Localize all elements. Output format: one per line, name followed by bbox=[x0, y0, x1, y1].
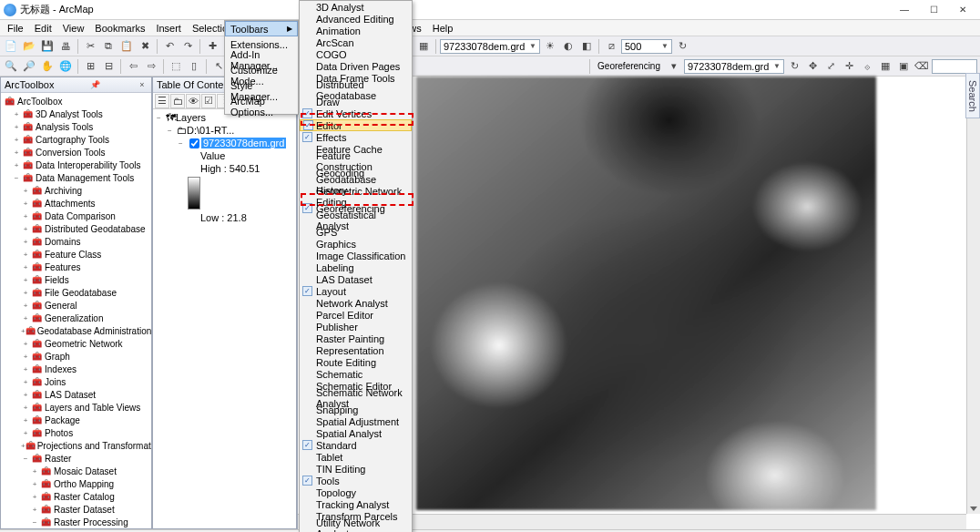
tree-item[interactable]: +🧰Mosaic Dataset bbox=[1, 465, 151, 477]
list-by-drawing-button[interactable]: ☰ bbox=[155, 94, 169, 108]
menu-insert[interactable]: Insert bbox=[150, 22, 187, 35]
search-tab[interactable]: Search bbox=[965, 73, 980, 118]
toolbar-item-network-analyst[interactable]: Network Analyst bbox=[300, 297, 412, 309]
list-by-selection-button[interactable]: ☑ bbox=[201, 94, 216, 108]
clear-selection-button[interactable]: ▯ bbox=[186, 58, 202, 75]
toolbar-item-graphics[interactable]: Graphics bbox=[300, 238, 412, 250]
tree-item[interactable]: −🧰Raster Processing bbox=[1, 516, 151, 528]
menu-view[interactable]: View bbox=[57, 22, 90, 35]
tree-item[interactable]: +🧰Domains bbox=[1, 235, 151, 248]
toolbar-item-geometric-network-editing[interactable]: Geometric Network Editing bbox=[300, 190, 412, 202]
toolbar-item-image-classification[interactable]: Image Classification bbox=[300, 250, 412, 261]
toolbar-item-labeling[interactable]: Labeling bbox=[300, 261, 412, 273]
toolbar-item-tracking-analyst[interactable]: Tracking Analyst bbox=[300, 498, 412, 510]
toolbar-item-gps[interactable]: GPS bbox=[300, 226, 412, 238]
open-button[interactable]: 📂 bbox=[21, 38, 37, 55]
toolbar-item-raster-painting[interactable]: Raster Painting bbox=[300, 332, 412, 344]
toolbar-item-spatial-adjustment[interactable]: Spatial Adjustment bbox=[300, 415, 412, 427]
redo-button[interactable]: ↷ bbox=[179, 38, 196, 55]
menu-help[interactable]: Help bbox=[427, 22, 459, 35]
geo-add-points-button[interactable]: ✛ bbox=[841, 58, 857, 75]
geo-delete-link-button[interactable]: ⌫ bbox=[914, 58, 930, 75]
minimize-button[interactable]: — bbox=[898, 5, 911, 15]
tree-item[interactable]: +🧰File Geodatabase bbox=[1, 286, 151, 299]
maximize-button[interactable]: ☐ bbox=[927, 5, 940, 15]
vertical-scrollbar[interactable] bbox=[966, 77, 980, 514]
toolbar-item-tablet[interactable]: Tablet bbox=[300, 451, 412, 463]
toolbar-item-effects[interactable]: ✓Effects bbox=[300, 131, 412, 143]
toolbar-item-representation[interactable]: Representation bbox=[300, 344, 412, 356]
select-features-button[interactable]: ⬚ bbox=[168, 58, 184, 75]
swipe-button[interactable]: ⧄ bbox=[603, 38, 619, 55]
tree-item[interactable]: +🧰Photos bbox=[1, 426, 151, 439]
tree-item[interactable]: +🧰Raster Catalog bbox=[1, 490, 151, 503]
paste-button[interactable]: 📋 bbox=[118, 38, 135, 55]
geo-link-table-button[interactable]: ▦ bbox=[877, 58, 893, 75]
geo-scale-button[interactable]: ⤢ bbox=[822, 58, 839, 75]
tree-item[interactable]: +🧰Analysis Tools bbox=[1, 120, 151, 133]
cut-button[interactable]: ✂ bbox=[82, 38, 98, 55]
layer-visibility-checkbox[interactable] bbox=[189, 138, 199, 148]
toolbar-item-data-driven-pages[interactable]: Data Driven Pages bbox=[300, 60, 412, 72]
print-button[interactable]: 🖶 bbox=[57, 38, 74, 55]
tree-item[interactable]: +🧰Attachments bbox=[1, 197, 151, 210]
toolbar-item-animation[interactable]: Animation bbox=[300, 25, 412, 36]
toolbar-item-schematic[interactable]: Schematic bbox=[300, 368, 412, 380]
tree-item[interactable]: +🧰Package bbox=[1, 414, 151, 426]
tree-item[interactable]: +🧰Data Interoperability Tools bbox=[1, 159, 151, 171]
tree-item[interactable]: +🧰Geodatabase Administration bbox=[1, 324, 151, 337]
tree-item[interactable]: +🧰Fields bbox=[1, 273, 151, 286]
undo-button[interactable]: ↶ bbox=[161, 38, 178, 55]
toolbar-item-arcscan[interactable]: ArcScan bbox=[300, 36, 412, 48]
menu-file[interactable]: File bbox=[2, 22, 29, 35]
add-data-button[interactable]: ✚ bbox=[204, 38, 220, 55]
toolbar-item-editor[interactable]: ✓Editor bbox=[300, 119, 412, 131]
zoom-in-button[interactable]: 🔍 bbox=[3, 58, 19, 75]
toolbar-item-route-editing[interactable]: Route Editing bbox=[300, 356, 412, 368]
delete-button[interactable]: ✖ bbox=[137, 38, 153, 55]
tree-item[interactable]: +🧰Projections and Transformations bbox=[1, 439, 151, 452]
tree-item[interactable]: +🧰General bbox=[1, 299, 151, 312]
toolbar-item-advanced-editing[interactable]: Advanced Editing bbox=[300, 13, 412, 25]
toolbar-item-layout[interactable]: ✓Layout bbox=[300, 285, 412, 297]
tree-item[interactable]: +🧰Conversion Tools bbox=[1, 146, 151, 159]
pan-button[interactable]: ✋ bbox=[39, 58, 56, 75]
tree-item[interactable]: +🧰Archiving bbox=[1, 184, 151, 197]
tree-item[interactable]: +🧰Indexes bbox=[1, 363, 151, 375]
toolbar-item-topology[interactable]: Topology bbox=[300, 486, 412, 498]
geo-autolink-button[interactable]: ⟐ bbox=[859, 58, 875, 75]
fixed-zoom-in-button[interactable]: ⊞ bbox=[82, 58, 98, 75]
toolbar-item-snapping[interactable]: Snapping bbox=[300, 404, 412, 415]
modelbuilder-button[interactable]: ▦ bbox=[415, 38, 432, 55]
save-button[interactable]: 💾 bbox=[39, 38, 56, 55]
toolbar-item-tools[interactable]: ✓Tools bbox=[300, 475, 412, 486]
tree-item[interactable]: +🧰LAS Dataset bbox=[1, 388, 151, 401]
full-extent-button[interactable]: 🌐 bbox=[57, 58, 74, 75]
toolbar-item-draw[interactable]: Draw bbox=[300, 96, 412, 107]
toolbar-item-utility-network-analyst[interactable]: Utility Network Analyst bbox=[300, 522, 412, 532]
brightness-button[interactable]: ☀ bbox=[542, 38, 558, 55]
contrast-button[interactable]: ◐ bbox=[560, 38, 577, 55]
toolbar-item-standard[interactable]: ✓Standard bbox=[300, 439, 412, 451]
toolbar-item-geostatistical-analyst[interactable]: Geostatistical Analyst bbox=[300, 214, 412, 226]
toolbar-item-tin-editing[interactable]: TIN Editing bbox=[300, 463, 412, 475]
fixed-zoom-out-button[interactable]: ⊟ bbox=[100, 58, 117, 75]
toolbar-item-las-dataset[interactable]: LAS Dataset bbox=[300, 273, 412, 285]
toolbar-item-feature-construction[interactable]: Feature Construction bbox=[300, 155, 412, 167]
toolbar-item-schematic-network-analyst[interactable]: Schematic Network Analyst bbox=[300, 392, 412, 404]
new-button[interactable]: 📄 bbox=[3, 38, 19, 55]
copy-button[interactable]: ⧉ bbox=[100, 38, 117, 55]
toolbar-item-spatial-analyst[interactable]: Spatial Analyst bbox=[300, 427, 412, 439]
z-combo[interactable]: 500▼ bbox=[621, 39, 672, 54]
tree-item[interactable]: +🧰3D Analyst Tools bbox=[1, 107, 151, 120]
layer-combo[interactable]: 97233078dem.grd▼ bbox=[440, 39, 540, 54]
tree-item[interactable]: +🧰Raster Dataset bbox=[1, 503, 151, 516]
menu-item[interactable]: ArcMap Options... bbox=[225, 98, 298, 114]
transparency-button[interactable]: ◧ bbox=[578, 38, 595, 55]
list-by-visibility-button[interactable]: 👁 bbox=[186, 94, 200, 108]
menu-item[interactable]: Toolbars▶ bbox=[225, 21, 298, 36]
geo-rotation-input[interactable] bbox=[932, 59, 977, 74]
geo-shift-button[interactable]: ✥ bbox=[804, 58, 821, 75]
toolbar-item-distributed-geodatabase[interactable]: Distributed Geodatabase bbox=[300, 84, 412, 96]
toolbar-item-parcel-editor[interactable]: Parcel Editor bbox=[300, 309, 412, 321]
